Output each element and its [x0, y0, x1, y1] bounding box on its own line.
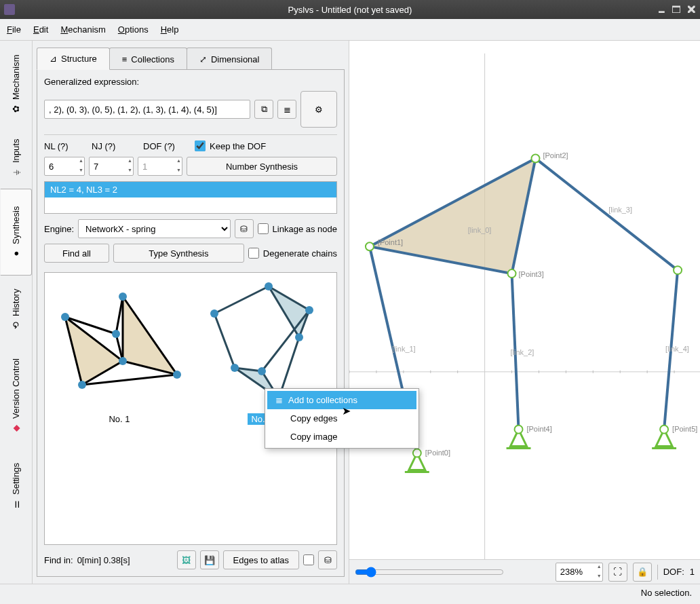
svg-point-54: [413, 449, 421, 457]
canvas[interactable]: [Point1] [Point2] [Point3] [Point0] [Poi…: [349, 41, 700, 584]
thumbnail-caption: No. 1: [105, 413, 133, 425]
settings-button[interactable]: ⚙: [300, 91, 337, 128]
type-synthesis-button[interactable]: Type Synthesis: [113, 244, 244, 263]
sidebar-tab-settings[interactable]: ⚌Settings: [0, 449, 32, 523]
svg-text:[link_0]: [link_0]: [468, 226, 492, 234]
copy-button[interactable]: ⧉: [254, 100, 273, 119]
svg-line-14: [214, 286, 269, 314]
svg-point-53: [674, 266, 682, 274]
menu-options[interactable]: Options: [118, 24, 149, 35]
close-icon[interactable]: 🗙: [686, 4, 696, 15]
zoom-slider[interactable]: [355, 567, 504, 578]
sidebar-tab-history[interactable]: ⟲History: [0, 276, 32, 343]
svg-text:[link_2]: [link_2]: [511, 348, 534, 356]
db-button[interactable]: ⛁: [235, 219, 254, 238]
keep-dof-checkbox[interactable]: [195, 140, 206, 151]
engine-select[interactable]: NetworkX - spring: [78, 219, 230, 238]
svg-point-22: [231, 364, 239, 372]
linkage-checkbox[interactable]: [258, 223, 269, 234]
svg-text:[Point0]: [Point0]: [425, 449, 450, 457]
menubar: File Edit Mechanism Options Help: [0, 19, 700, 41]
svg-line-42: [535, 158, 678, 270]
svg-point-18: [265, 282, 273, 290]
down-icon[interactable]: ▼: [128, 168, 132, 173]
find-in-label: Find in:: [44, 555, 73, 565]
sidebar-tab-inputs[interactable]: ⏚Inputs: [0, 128, 32, 189]
svg-point-8: [61, 313, 69, 321]
find-all-button[interactable]: Find all: [44, 244, 109, 263]
svg-point-23: [258, 367, 266, 375]
stack-button[interactable]: ≣: [277, 100, 296, 119]
up-icon[interactable]: ▲: [79, 158, 83, 164]
engine-label: Engine:: [44, 224, 74, 234]
context-add-collections[interactable]: ≣Add to collections: [267, 391, 416, 409]
svg-marker-39: [370, 158, 536, 273]
menu-help[interactable]: Help: [161, 24, 179, 35]
svg-marker-12: [269, 286, 309, 337]
thumbnail-1[interactable]: No. 1: [52, 280, 187, 425]
svg-point-51: [531, 154, 539, 162]
menu-edit[interactable]: Edit: [33, 24, 48, 35]
diamond-icon: ◆: [11, 425, 21, 432]
linkage-label: Linkage as node: [273, 224, 337, 234]
context-copy-edges[interactable]: Copy edges: [267, 409, 416, 428]
image-button[interactable]: 🖼: [177, 550, 196, 569]
svg-text:[Point2]: [Point2]: [543, 151, 568, 159]
svg-point-52: [508, 269, 516, 278]
context-menu: ≣Add to collections Copy edges Copy imag…: [265, 388, 419, 449]
sliders-icon: ⚌: [11, 500, 21, 508]
save-button[interactable]: 💾: [200, 550, 219, 569]
svg-line-15: [214, 314, 235, 368]
svg-text:[Point5]: [Point5]: [672, 425, 697, 433]
sidebar-tabs: ✿Mechanism ⏚Inputs ●Synthesis ⟲History ◆…: [0, 41, 33, 584]
stack-icon: ≣: [275, 395, 283, 405]
nl-label: NL (?): [44, 141, 69, 151]
svg-text:[Point3]: [Point3]: [519, 270, 544, 278]
sidebar-tab-synthesis[interactable]: ●Synthesis: [0, 189, 32, 276]
svg-point-20: [295, 333, 303, 341]
svg-point-55: [515, 426, 523, 434]
tab-collections[interactable]: ≡Collections: [109, 48, 187, 70]
svg-text:[Point4]: [Point4]: [526, 425, 551, 433]
tab-structure[interactable]: ⊿Structure: [37, 48, 110, 70]
maximize-icon[interactable]: 🗖: [672, 4, 681, 15]
atlas-checkbox[interactable]: [303, 554, 314, 565]
context-copy-image[interactable]: Copy image: [267, 428, 416, 446]
tab-dimensional[interactable]: ⤢Dimensional: [187, 48, 273, 70]
svg-text:[link_1]: [link_1]: [392, 345, 416, 353]
dot-icon: ●: [11, 250, 21, 256]
find-in-value: 0[min] 0.38[s]: [77, 555, 130, 565]
synthesis-panel: ⊿Structure ≡Collections ⤢Dimensional Gen…: [33, 41, 349, 584]
fit-button[interactable]: ⛶: [608, 563, 627, 582]
result-item[interactable]: NL2 = 4, NL3 = 2: [45, 182, 336, 197]
gen-expr-input[interactable]: [44, 100, 250, 119]
down-icon[interactable]: ▼: [79, 168, 83, 173]
degenerate-label: Degenerate chains: [263, 248, 337, 259]
svg-text:[link_3]: [link_3]: [608, 206, 632, 214]
number-synthesis-button[interactable]: Number Synthesis: [187, 157, 337, 176]
edges-atlas-button[interactable]: Edges to atlas: [223, 550, 299, 569]
down-icon[interactable]: ▼: [597, 573, 602, 579]
dof-label: DOF (?): [143, 141, 175, 151]
up-icon[interactable]: ▲: [128, 158, 132, 164]
svg-text:[link_4]: [link_4]: [665, 345, 689, 353]
plug-icon: ⏚: [11, 170, 21, 175]
gear-icon: ✿: [11, 105, 21, 113]
menu-mechanism[interactable]: Mechanism: [60, 24, 105, 35]
degenerate-checkbox[interactable]: [248, 248, 259, 259]
zoom-input[interactable]: [556, 563, 603, 582]
up-icon[interactable]: ▲: [597, 564, 602, 569]
menu-file[interactable]: File: [7, 24, 21, 35]
svg-point-21: [210, 309, 218, 318]
up-icon: ▲: [176, 158, 181, 164]
lock-button[interactable]: 🔒: [633, 563, 652, 582]
minimize-icon[interactable]: 🗕: [657, 4, 666, 15]
measure-icon: ⤢: [199, 54, 207, 64]
svg-point-56: [660, 426, 668, 434]
sidebar-tab-version[interactable]: ◆Version Control: [0, 343, 32, 449]
sidebar-tab-mechanism[interactable]: ✿Mechanism: [0, 41, 32, 128]
db2-button[interactable]: ⛁: [318, 550, 337, 569]
results-list[interactable]: NL2 = 4, NL3 = 2: [44, 181, 337, 214]
titlebar: Pyslvs - Untitled (not yet saved) 🗕 🗖 🗙: [0, 0, 700, 19]
svg-point-19: [305, 306, 313, 314]
